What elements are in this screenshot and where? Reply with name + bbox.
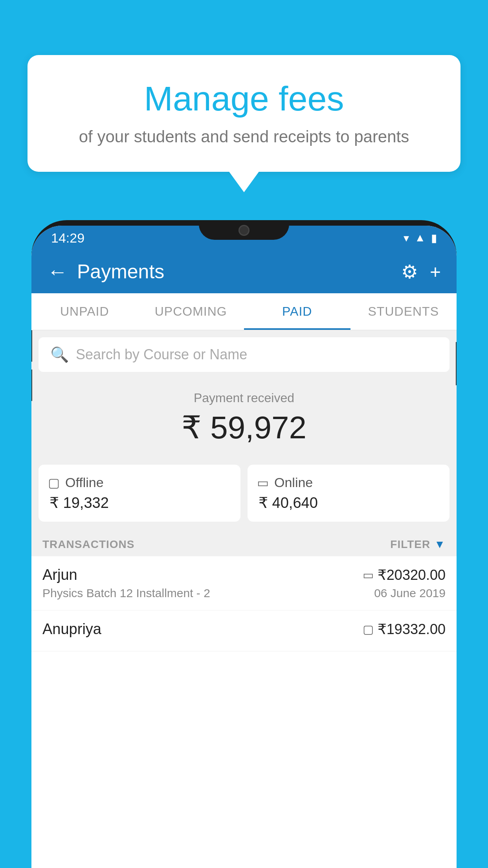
phone-screen: 14:29 ▾ ▲ ▮ ← Payments ⚙ + UNPAID UPCO — [31, 226, 457, 868]
content-area: 🔍 Search by Course or Name Payment recei… — [31, 330, 457, 868]
offline-payment-icon: ▢ — [363, 622, 374, 636]
transaction-top-row-2: Anupriya ▢ ₹19332.00 — [42, 621, 446, 638]
tab-unpaid[interactable]: UNPAID — [31, 293, 138, 330]
online-card-row: ▭ Online — [257, 475, 440, 490]
tabs-container: UNPAID UPCOMING PAID STUDENTS — [31, 293, 457, 330]
transaction-detail-row: Physics Batch 12 Installment - 2 06 June… — [42, 587, 446, 600]
payment-received-label: Payment received — [43, 391, 445, 405]
app-bar: ← Payments ⚙ + — [31, 250, 457, 293]
online-icon: ▭ — [257, 475, 269, 490]
transaction-course: Physics Batch 12 Installment - 2 — [42, 587, 210, 600]
tab-upcoming[interactable]: UPCOMING — [138, 293, 244, 330]
phone-notch — [199, 220, 289, 240]
speech-bubble-container: Manage fees of your students and send re… — [28, 55, 460, 172]
app-bar-actions: ⚙ + — [401, 261, 441, 283]
filter-button[interactable]: FILTER ▼ — [390, 538, 446, 551]
offline-amount: ₹ 19,332 — [48, 494, 231, 511]
wifi-icon: ▾ — [404, 232, 409, 245]
search-icon: 🔍 — [50, 346, 69, 363]
transaction-name: Arjun — [42, 566, 77, 583]
transactions-list: Arjun ▭ ₹20320.00 Physics Batch 12 Insta… — [31, 556, 457, 868]
online-payment-card: ▭ Online ₹ 40,640 — [248, 465, 449, 522]
transaction-name-2: Anupriya — [42, 621, 101, 638]
signal-icon: ▲ — [415, 232, 426, 244]
tab-paid[interactable]: PAID — [244, 293, 350, 330]
transactions-header: TRANSACTIONS FILTER ▼ — [31, 531, 457, 556]
bubble-subtitle: of your students and send receipts to pa… — [55, 127, 433, 146]
payment-summary: Payment received ₹ 59,972 — [31, 379, 457, 465]
offline-icon: ▢ — [48, 475, 60, 490]
transaction-date: 06 June 2019 — [374, 587, 446, 600]
filter-label: FILTER — [390, 538, 430, 551]
status-time: 14:29 — [51, 230, 84, 246]
filter-icon: ▼ — [434, 538, 446, 551]
payment-total-amount: ₹ 59,972 — [43, 409, 445, 446]
back-button[interactable]: ← — [47, 261, 68, 282]
search-input[interactable]: Search by Course or Name — [76, 346, 438, 363]
tab-students[interactable]: STUDENTS — [350, 293, 457, 330]
payment-cards: ▢ Offline ₹ 19,332 ▭ Online ₹ 40,640 — [31, 465, 457, 531]
transactions-label: TRANSACTIONS — [42, 538, 134, 551]
transaction-amount-2: ₹19332.00 — [378, 621, 446, 638]
online-payment-icon: ▭ — [363, 568, 374, 582]
online-label: Online — [274, 475, 313, 490]
settings-icon[interactable]: ⚙ — [401, 261, 418, 283]
offline-payment-card: ▢ Offline ₹ 19,332 — [39, 465, 240, 522]
transaction-top-row: Arjun ▭ ₹20320.00 — [42, 566, 446, 583]
transaction-amount: ₹20320.00 — [378, 567, 446, 583]
phone-frame: 14:29 ▾ ▲ ▮ ← Payments ⚙ + UNPAID UPCO — [31, 220, 457, 868]
power-button — [456, 342, 457, 385]
transaction-item[interactable]: Anupriya ▢ ₹19332.00 — [31, 611, 457, 651]
transaction-item[interactable]: Arjun ▭ ₹20320.00 Physics Batch 12 Insta… — [31, 556, 457, 611]
speech-bubble: Manage fees of your students and send re… — [28, 55, 460, 172]
online-amount: ₹ 40,640 — [257, 494, 440, 511]
battery-icon: ▮ — [431, 232, 437, 245]
volume-up-button — [31, 330, 32, 362]
offline-label: Offline — [65, 475, 104, 490]
offline-card-row: ▢ Offline — [48, 475, 231, 490]
bubble-title: Manage fees — [55, 79, 433, 119]
phone-camera — [238, 225, 250, 236]
phone-container: 14:29 ▾ ▲ ▮ ← Payments ⚙ + UNPAID UPCO — [31, 220, 457, 868]
status-icons: ▾ ▲ ▮ — [404, 232, 437, 245]
transaction-amount-row-2: ▢ ₹19332.00 — [363, 621, 446, 638]
add-icon[interactable]: + — [430, 261, 441, 283]
search-bar[interactable]: 🔍 Search by Course or Name — [39, 337, 449, 372]
transaction-amount-row: ▭ ₹20320.00 — [363, 567, 446, 583]
volume-down-button — [31, 370, 32, 401]
app-bar-title: Payments — [77, 260, 401, 283]
